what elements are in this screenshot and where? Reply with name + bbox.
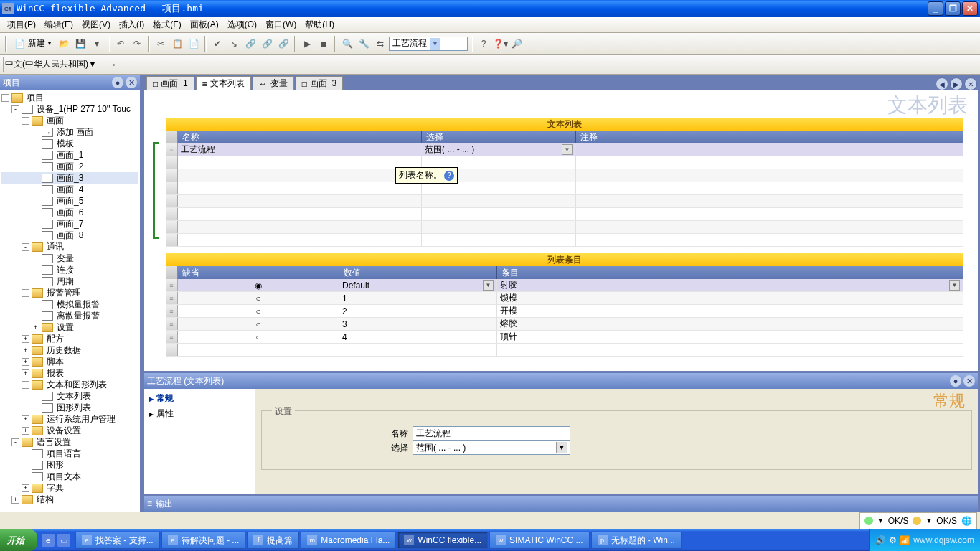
save-icon[interactable]: 💾 [72,36,88,52]
taskbar-task[interactable]: e找答案 - 支持... [75,532,160,549]
paste-icon[interactable]: 📄 [186,36,202,52]
tree-toggle[interactable]: - [1,94,9,102]
table-row[interactable] [166,169,963,182]
menu-item[interactable]: 插入(I) [115,17,149,32]
tree-node[interactable]: 画面_5 [1,195,138,207]
undo-icon[interactable]: ↶ [113,36,128,52]
link2-icon[interactable]: 🔗 [259,36,275,52]
table-row[interactable] [166,234,963,247]
tree-node[interactable]: -项目 [1,92,138,103]
pin-icon[interactable]: ● [950,375,961,387]
tree-node[interactable]: 连接 [1,264,138,276]
tree-node[interactable]: 模板 [1,138,138,149]
tree-node[interactable]: 画面_4 [1,184,138,195]
name-input[interactable] [413,426,570,441]
tree-node[interactable]: +历史数据 [1,344,138,356]
tree-toggle[interactable]: + [22,369,29,377]
menu-item[interactable]: 帮助(H) [301,17,339,32]
tree-node[interactable]: 图形 [1,459,138,471]
tree-node[interactable]: →添加 画面 [1,126,138,138]
find-icon[interactable]: 🔍 [339,36,355,52]
tree-node[interactable]: -设备_1(HP 277 10'' Touc [1,103,138,115]
column-header[interactable]: 选择 [422,131,576,143]
cell[interactable] [576,143,963,156]
tree-toggle[interactable]: - [22,381,29,389]
tree-toggle[interactable]: + [22,335,29,343]
radio-cell[interactable]: ○ [178,318,339,330]
tree-node[interactable]: +字典 [1,482,138,494]
tree-node[interactable]: 离散量报警 [1,310,138,321]
save-dd-icon[interactable]: ▾ [89,36,105,52]
system-tray[interactable]: 🔊⚙📶 www.dqjsw.com [869,529,980,551]
maximize-button[interactable]: ❐ [945,1,961,16]
pin-icon[interactable]: ● [112,77,123,88]
tree-node[interactable]: +结构 [1,494,138,505]
tree-node[interactable]: 画面_3 [1,172,138,184]
select-combo[interactable]: 范围( ... - ... )▼ [413,441,570,455]
tool-icon[interactable]: 🔧 [356,36,372,52]
start-button[interactable]: 开始 [0,529,37,551]
tree-toggle[interactable]: - [22,289,29,297]
tree-node[interactable]: +报表 [1,367,138,379]
help-icon[interactable]: ? [476,36,491,52]
tree-node[interactable]: 画面_6 [1,207,138,218]
chevron-down-icon[interactable]: ▼ [483,280,494,291]
property-category[interactable]: ▸属性 [146,406,253,421]
tree-node[interactable]: 项目语言 [1,448,138,459]
properties-categories[interactable]: ▸常规▸属性 [144,389,255,494]
tree-node[interactable]: 画面_7 [1,218,138,230]
cell[interactable]: 2 [339,305,497,317]
tree-toggle[interactable]: + [32,324,39,331]
table-row[interactable] [166,344,963,357]
tree-toggle[interactable]: + [22,427,29,435]
table-row[interactable]: ≡○1锁模 [166,292,963,305]
check-icon[interactable]: ✔ [209,36,225,52]
column-header[interactable]: 条目 [497,266,963,279]
tree-node[interactable]: 项目文本 [1,471,138,482]
nav-icon[interactable]: ⇆ [372,36,388,52]
row-handle[interactable]: ≡ [166,318,178,330]
tree-node[interactable]: 画面_1 [1,149,138,161]
tree-node[interactable]: -语言设置 [1,436,138,448]
table-row[interactable]: ≡◉Default▼射胶▼ [166,279,963,292]
tree-toggle[interactable]: + [22,358,29,366]
tray-icon[interactable]: 🔊 [875,535,886,545]
new-button[interactable]: 📄新建▾ [10,36,55,51]
lang-go-icon[interactable]: → [108,60,117,70]
stop-icon[interactable]: ◼ [316,36,331,52]
link1-icon[interactable]: 🔗 [242,36,258,52]
tree-toggle[interactable]: + [22,484,29,492]
table-row[interactable] [166,195,963,208]
taskbar-task[interactable]: e待解决问题 - ... [161,532,246,549]
editor-tab[interactable]: □画面_3 [296,76,344,90]
cell[interactable]: 范围( ... - ... )▼ [422,143,576,156]
tree-node[interactable]: +设备设置 [1,425,138,436]
tree-node[interactable]: 画面_8 [1,230,138,241]
zoom-icon[interactable]: 🔎 [509,36,524,52]
taskbar-task[interactable]: mMacromedia Fla... [301,532,396,549]
cell[interactable]: 3 [339,318,497,330]
table-row[interactable]: ≡工艺流程范围( ... - ... )▼ [166,143,963,156]
language-combo[interactable]: 中文(中华人民共和国)▼ [5,58,105,70]
cut-icon[interactable]: ✂ [153,36,169,52]
tab-nav-button[interactable]: ✕ [964,77,977,90]
run-icon[interactable]: ▶ [299,36,315,52]
chevron-down-icon[interactable]: ▼ [562,144,573,155]
editor-tab[interactable]: ↔变量 [253,76,294,90]
column-header[interactable]: 数值 [339,266,497,279]
tree-node[interactable]: +配方 [1,333,138,344]
tree-node[interactable]: 文本列表 [1,390,138,402]
tree-node[interactable]: 变量 [1,253,138,264]
cell[interactable]: 4 [339,331,497,343]
cell[interactable]: 工艺流程 [178,143,422,156]
tree-node[interactable]: -文本和图形列表 [1,379,138,390]
redo-icon[interactable]: ↷ [129,36,145,52]
ie-icon[interactable]: e [42,534,55,547]
column-header[interactable]: 缺省 [178,266,339,279]
tree-node[interactable]: 画面_2 [1,161,138,172]
tree-node[interactable]: -画面 [1,115,138,126]
menu-item[interactable]: 选项(O) [223,17,261,32]
radio-cell[interactable]: ○ [178,331,339,343]
tree-toggle[interactable]: - [22,243,29,251]
editor-tab[interactable]: ≡文本列表 [196,76,251,90]
